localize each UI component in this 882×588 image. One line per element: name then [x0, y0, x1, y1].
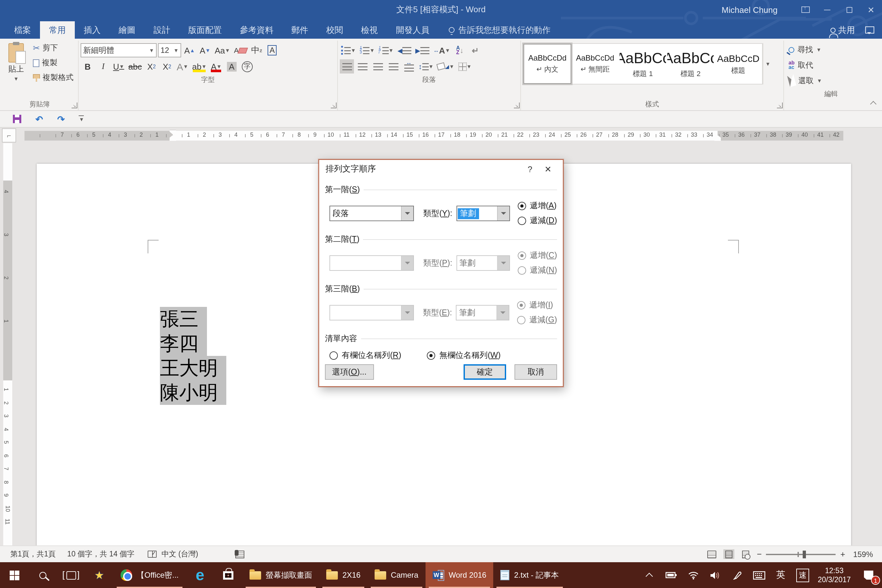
taskbar-store-button[interactable] — [214, 562, 242, 588]
tab-設計[interactable]: 設計 — [144, 21, 179, 39]
tab-版面配置[interactable]: 版面配置 — [179, 21, 231, 39]
distribute-button[interactable]: ↔ — [402, 59, 416, 74]
taskbar-【Office密...-button[interactable]: 【Office密... — [114, 562, 186, 588]
tab-郵件[interactable]: 郵件 — [282, 21, 317, 39]
tab-selector[interactable]: ⌐ — [2, 128, 16, 142]
cancel-button[interactable]: 取消 — [514, 364, 557, 380]
taskbar-Camera-button[interactable]: Camera — [368, 562, 425, 588]
document-line[interactable]: 張三 — [160, 307, 207, 332]
multilevel-list-button[interactable]: 1ai▼ — [377, 43, 395, 57]
grow-font-button[interactable]: A▲ — [183, 43, 196, 57]
style-card-標題[interactable]: AaBbCcD標題 — [714, 44, 762, 84]
tab-檔案[interactable]: 檔案 — [5, 21, 40, 39]
taskbar-2.txt - 記事本-button[interactable]: 2.txt - 記事本 — [494, 562, 566, 588]
signed-in-user[interactable]: Michael Chung — [722, 5, 777, 15]
show-paragraph-marks-button[interactable]: ↵ — [468, 43, 482, 57]
combobox-dropdown-button[interactable] — [497, 206, 509, 220]
font-name-combobox[interactable]: 新細明體▼ — [81, 43, 157, 57]
ok-button[interactable]: 確定 — [464, 364, 506, 380]
print-layout-button[interactable] — [723, 549, 734, 559]
number-list-button[interactable]: 123▼ — [358, 43, 376, 57]
find-dropdown-arrow[interactable]: ▼ — [816, 47, 821, 52]
tab-檢視[interactable]: 檢視 — [352, 21, 387, 39]
decrease-indent-button[interactable]: ◀ — [396, 43, 412, 57]
style-card-內文[interactable]: AaBbCcDd↵ 內文 — [524, 44, 571, 84]
format-painter-button[interactable]: 複製格式 — [30, 70, 76, 85]
type-combobox[interactable]: 筆劃 — [456, 206, 510, 221]
find-button[interactable]: 尋找▼ — [786, 42, 876, 57]
paste-dropdown-arrow[interactable]: ▼ — [14, 76, 19, 82]
shading-button[interactable]: ◢▼ — [436, 59, 456, 74]
character-shading-button[interactable]: A — [225, 59, 239, 74]
line-spacing-button[interactable]: ↕▼ — [417, 59, 435, 74]
taskbar-2X16-button[interactable]: 2X16 — [319, 562, 368, 588]
page-count-status[interactable]: 第1頁，共1頁 — [10, 549, 56, 559]
sort-button[interactable]: AZ↓ — [453, 43, 467, 57]
tab-繪圖[interactable]: 繪圖 — [110, 21, 144, 39]
copy-button[interactable]: 複製 — [30, 56, 76, 70]
document-line[interactable]: 陳小明 — [160, 380, 226, 405]
comments-icon[interactable] — [865, 26, 874, 33]
superscript-button[interactable]: X2 — [160, 59, 174, 74]
read-mode-button[interactable] — [706, 549, 718, 559]
paste-button[interactable]: 貼上 ▼ — [3, 40, 29, 82]
tab-常用[interactable]: 常用 — [40, 21, 75, 39]
dialog-help-button[interactable]: ? — [520, 164, 540, 174]
tab-開發人員[interactable]: 開發人員 — [387, 21, 438, 39]
select-dropdown-arrow[interactable]: ▼ — [817, 78, 822, 84]
share-button[interactable]: 共用 — [830, 24, 855, 36]
ime-mode-indicator[interactable]: 速 — [792, 562, 814, 588]
restore-button[interactable] — [838, 0, 860, 20]
ascending-radio[interactable]: 遞增(A) — [518, 201, 557, 212]
font-dialog-launcher[interactable] — [331, 102, 336, 108]
word-count-status[interactable]: 10 個字，共 14 個字 — [68, 549, 134, 559]
proofing-status-icon[interactable] — [148, 550, 157, 558]
action-center-button[interactable]: 1 — [855, 562, 882, 588]
task-view-button[interactable] — [57, 562, 85, 588]
header-row-radio[interactable]: 有欄位名稱列(R) — [330, 350, 401, 361]
save-button[interactable] — [13, 115, 21, 123]
zoom-out-button[interactable]: − — [757, 549, 762, 559]
bullet-list-button[interactable]: ▼ — [340, 43, 357, 57]
document-line[interactable]: 李四 — [160, 332, 207, 356]
vertical-ruler[interactable]: 43211234567891011 — [0, 143, 15, 546]
dialog-close-button[interactable]: ✕ — [540, 164, 556, 174]
touch-keyboard-tray-icon[interactable] — [748, 562, 770, 588]
battery-tray-icon[interactable] — [660, 562, 682, 588]
taskbar-螢幕擷取畫面-button[interactable]: 螢幕擷取畫面 — [242, 562, 319, 588]
font-color-button[interactable]: A▼ — [209, 59, 224, 74]
zoom-slider-thumb[interactable] — [802, 550, 806, 558]
sort-by-combobox[interactable]: 段落 — [330, 206, 414, 221]
align-right-button[interactable] — [371, 59, 385, 74]
zoom-percentage[interactable]: 159% — [851, 550, 873, 559]
selected-text-block[interactable]: 張三李四王大明陳小明 — [160, 307, 226, 405]
ime-language-indicator[interactable]: 英 — [770, 562, 792, 588]
language-status[interactable]: 中文 (台灣) — [162, 549, 198, 559]
macro-record-icon[interactable] — [236, 550, 244, 558]
underline-button[interactable]: U▼ — [111, 59, 126, 74]
increase-indent-button[interactable]: ▶ — [414, 43, 430, 57]
wifi-tray-icon[interactable] — [682, 562, 704, 588]
subscript-button[interactable]: X2 — [144, 59, 159, 74]
tab-參考資料[interactable]: 參考資料 — [231, 21, 282, 39]
redo-button[interactable]: ↷ — [57, 114, 64, 124]
show-hidden-icons-button[interactable] — [638, 562, 660, 588]
dialog-titlebar[interactable]: 排列文字順序 ? ✕ — [319, 160, 563, 178]
web-layout-button[interactable] — [740, 549, 751, 559]
font-size-combobox[interactable]: 12▼ — [158, 43, 181, 57]
style-card-標題 2[interactable]: AaBbCc標題 2 — [667, 44, 714, 84]
taskbar-edge-button[interactable]: e — [186, 562, 214, 588]
clock[interactable]: 12:53 20/3/2017 — [814, 562, 855, 588]
align-left-button[interactable] — [340, 59, 354, 74]
ribbon-display-options-button[interactable] — [794, 0, 816, 20]
replace-button[interactable]: abac取代 — [786, 58, 876, 72]
tab-插入[interactable]: 插入 — [75, 21, 110, 39]
enclose-characters-button[interactable]: 字 — [240, 59, 254, 74]
text-effects-button[interactable]: A▼ — [176, 59, 189, 74]
document-line[interactable]: 王大明 — [160, 356, 226, 380]
paragraph-dialog-launcher[interactable] — [514, 102, 520, 108]
volume-tray-icon[interactable] — [704, 562, 726, 588]
justify-button[interactable] — [386, 59, 400, 74]
horizontal-ruler[interactable]: 7654321123456789101112131415161718192021… — [24, 130, 843, 141]
tell-me-box[interactable]: 告訴我您想要執行的動作 — [449, 21, 550, 39]
